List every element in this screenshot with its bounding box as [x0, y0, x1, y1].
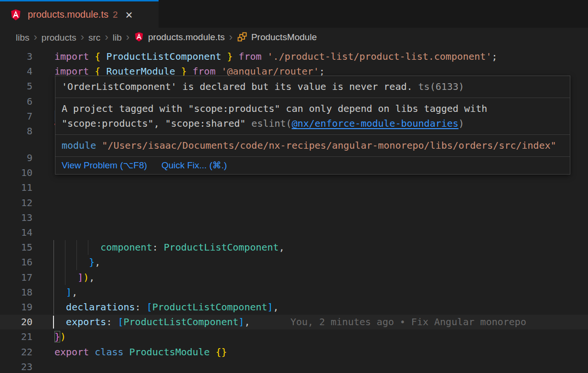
- hover-message-2: A project tagged with "scope:products" c…: [55, 98, 570, 135]
- breadcrumb-item-src[interactable]: src: [88, 33, 100, 43]
- breadcrumb-item-lib[interactable]: lib: [113, 33, 122, 43]
- code-line-14[interactable]: 14: [0, 225, 588, 240]
- chevron-right-icon: ›: [126, 31, 129, 44]
- line-number: 10: [0, 165, 32, 180]
- code-text: ],: [54, 285, 77, 300]
- line-number: 8: [0, 124, 32, 139]
- line-number: 21: [0, 329, 32, 344]
- code-text: import { ProductListComponent } from './…: [54, 49, 497, 64]
- hover-message-1: 'OrderListComponent' is declared but its…: [55, 76, 570, 98]
- chevron-right-icon: ›: [105, 31, 108, 44]
- hover-tooltip: 'OrderListComponent' is declared but its…: [55, 76, 570, 175]
- breadcrumb-item-products[interactable]: products: [42, 33, 76, 43]
- code-line-19[interactable]: 19 declarations: [ProductListComponent],: [0, 300, 588, 315]
- code-line-17[interactable]: 17 ]),: [0, 270, 588, 285]
- code-text: component: ProductListComponent,: [54, 240, 285, 255]
- indent-guide: [53, 270, 54, 285]
- code-line-15[interactable]: 15 component: ProductListComponent,: [0, 240, 588, 255]
- line-number: 13: [0, 210, 32, 225]
- code-line-3[interactable]: 3import { ProductListComponent } from '.…: [0, 49, 588, 64]
- code-line-11[interactable]: 11: [0, 180, 588, 195]
- code-text: exports: [ProductListComponent],: [54, 315, 250, 329]
- breadcrumb-item-symbol[interactable]: ProductsModule: [237, 32, 317, 44]
- line-number: 17: [0, 270, 32, 285]
- line-number: 18: [0, 285, 32, 300]
- code-text: declarations: [ProductListComponent],: [54, 300, 279, 315]
- breadcrumb: libs › products › src › lib › products.m…: [0, 28, 588, 48]
- hover-message-3: module "/Users/isaac/Documents/code/nx-r…: [55, 135, 570, 157]
- line-number: 5: [0, 79, 32, 94]
- line-number: 20: [0, 315, 32, 329]
- angular-icon: [134, 32, 144, 44]
- close-icon[interactable]: ×: [126, 9, 133, 21]
- line-number: 7: [0, 109, 32, 124]
- class-icon: [237, 32, 247, 44]
- code-line-13[interactable]: 13: [0, 210, 588, 225]
- line-number: 11: [0, 180, 32, 195]
- line-number: 16: [0, 255, 32, 270]
- code-text: },: [54, 255, 100, 270]
- quick-fix-action[interactable]: Quick Fix... (⌘.): [161, 160, 227, 171]
- breadcrumb-item-libs[interactable]: libs: [16, 33, 30, 43]
- line-number: 9: [0, 151, 32, 165]
- line-number: 3: [0, 49, 32, 64]
- angular-icon: [10, 9, 22, 21]
- eslint-rule-link[interactable]: @nx/enforce-module-boundaries: [292, 118, 459, 129]
- view-problem-action[interactable]: View Problem (⌥F8): [62, 160, 147, 171]
- chevron-right-icon: ›: [81, 31, 84, 44]
- line-number: 14: [0, 225, 32, 240]
- line-number: 12: [0, 196, 32, 210]
- code-text: ]),: [54, 270, 95, 285]
- code-line-22[interactable]: 22export class ProductsModule {}: [0, 345, 588, 360]
- code-line-23[interactable]: 23: [0, 360, 588, 373]
- line-number: 6: [0, 94, 32, 109]
- code-line-20[interactable]: 20 exports: [ProductListComponent],You, …: [0, 315, 588, 329]
- code-line-21[interactable]: 21}): [0, 329, 588, 344]
- code-text: }): [54, 329, 66, 344]
- chevron-right-icon: ›: [229, 31, 233, 44]
- line-number: 22: [0, 345, 32, 360]
- code-line-18[interactable]: 18 ],: [0, 285, 588, 300]
- vscode-window: products.module.ts 2 × libs › products ›…: [0, 0, 588, 373]
- indent-guide: [53, 285, 54, 300]
- indent-guide: [53, 240, 54, 255]
- code-line-12[interactable]: 12: [0, 196, 588, 210]
- chevron-right-icon: ›: [34, 31, 37, 44]
- hover-status-bar: View Problem (⌥F8)Quick Fix... (⌘.): [55, 157, 570, 174]
- git-blame-annotation: You, 2 minutes ago • Fix Angular monorep…: [290, 315, 526, 329]
- indent-guide: [53, 300, 54, 315]
- line-number: 19: [0, 300, 32, 315]
- line-number: 15: [0, 240, 32, 255]
- tab-products-module[interactable]: products.module.ts 2 ×: [0, 0, 159, 28]
- tab-badge: 2: [113, 10, 118, 20]
- code-line-16[interactable]: 16 },: [0, 255, 588, 270]
- text-cursor: [53, 316, 54, 329]
- code-text: export class ProductsModule {}: [54, 345, 227, 360]
- tab-strip: products.module.ts 2 ×: [0, 0, 588, 28]
- tab-title: products.module.ts: [28, 9, 108, 20]
- indent-guide: [53, 255, 54, 270]
- line-number: 23: [0, 360, 32, 373]
- breadcrumb-item-file[interactable]: products.module.ts: [134, 32, 225, 44]
- line-number: 4: [0, 64, 32, 79]
